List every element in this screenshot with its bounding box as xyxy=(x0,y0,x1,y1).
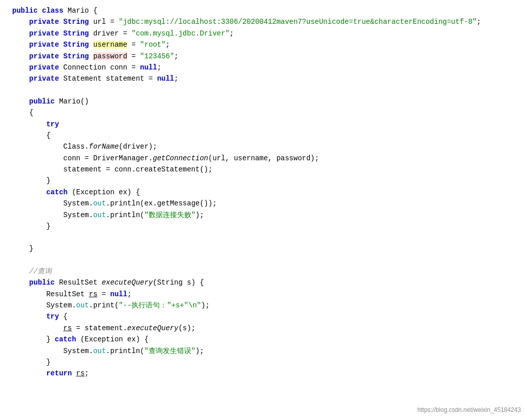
token-indent2 xyxy=(12,131,46,139)
token-type: String xyxy=(63,41,89,49)
code-line: private Connection conn = null; xyxy=(10,62,526,73)
token-plain: ResultSet xyxy=(46,290,89,298)
code-line xyxy=(10,85,526,96)
line-content: System.out.println(ex.getMessage()); xyxy=(10,198,526,209)
token-indent2 xyxy=(12,335,46,343)
code-line: //查询 xyxy=(10,266,526,277)
token-underline: rs xyxy=(63,324,72,332)
token-plain: Class. xyxy=(63,143,89,151)
line-content: System.out.println("查询发生错误"); xyxy=(10,345,526,357)
token-plain xyxy=(59,52,63,60)
token-highlight-password: password xyxy=(93,52,127,60)
line-content: Class.forName(driver); xyxy=(10,141,526,152)
line-content: try xyxy=(10,119,526,130)
token-out: out xyxy=(93,211,106,219)
token-highlight-username: username xyxy=(93,41,127,49)
line-content: } xyxy=(10,357,526,368)
code-line: System.out.print("--执行语句："+s+"\n"); xyxy=(10,300,526,311)
token-kw: catch xyxy=(55,335,76,343)
code-line: private String password = "123456"; xyxy=(10,51,526,62)
token-out: out xyxy=(76,301,89,309)
token-type: String xyxy=(63,18,89,26)
code-line: } catch (Exception ex) { xyxy=(10,334,526,345)
token-plain: ; xyxy=(157,63,161,72)
token-plain: .println(ex.getMessage()); xyxy=(106,199,217,207)
token-cn-str: "查询发生错误" xyxy=(144,347,195,355)
code-content: public class Mario { private String url … xyxy=(10,5,526,379)
token-indent1 xyxy=(12,29,29,38)
code-line: } xyxy=(10,221,526,232)
token-indent1 xyxy=(12,75,29,83)
code-line: public Mario() xyxy=(10,96,526,107)
token-kw: null xyxy=(140,63,157,72)
token-indent3 xyxy=(12,211,63,219)
token-indent1 xyxy=(12,244,29,253)
token-plain: statement = conn.createStatement(); xyxy=(63,165,213,173)
line-content: System.out.print("--执行语句："+s+"\n"); xyxy=(10,300,526,311)
token-kw: public xyxy=(29,97,55,106)
token-indent1 xyxy=(12,97,29,106)
token-kw: public xyxy=(29,278,55,287)
token-indent2 xyxy=(12,120,46,128)
token-plain: ; xyxy=(174,75,178,83)
token-out: out xyxy=(93,199,106,207)
code-line: catch (Exception ex) { xyxy=(10,187,526,198)
token-plain: ); xyxy=(195,347,204,355)
token-indent1 xyxy=(12,109,29,117)
line-content: private String password = "123456"; xyxy=(10,51,526,62)
token-kw: public xyxy=(12,7,38,15)
line-content: catch (Exception ex) { xyxy=(10,187,526,198)
token-plain: } xyxy=(46,222,50,230)
line-content: private String driver = "com.mysql.jdbc.… xyxy=(10,28,526,39)
token-plain: ; xyxy=(477,18,481,26)
line-content: statement = conn.createStatement(); xyxy=(10,164,526,175)
line-content: private Statement statement = null; xyxy=(10,73,526,84)
token-plain: (String s) { xyxy=(153,278,204,287)
token-str: "123456" xyxy=(140,52,174,60)
code-line: private String username = "root"; xyxy=(10,39,526,50)
token-indent3 xyxy=(12,324,63,332)
token-indent3 xyxy=(12,347,63,355)
token-underline: rs xyxy=(76,369,85,377)
line-content: rs = statement.executeQuery(s); xyxy=(10,323,526,334)
code-line: rs = statement.executeQuery(s); xyxy=(10,323,526,334)
code-line: return rs; xyxy=(10,368,526,379)
token-indent2 xyxy=(12,301,46,309)
token-plain xyxy=(38,7,42,15)
token-kw: private xyxy=(29,75,59,83)
line-content: } xyxy=(10,221,526,232)
token-plain: conn = DriverManager. xyxy=(63,154,153,162)
line-content: ResultSet rs = null; xyxy=(10,289,526,300)
token-str: "root" xyxy=(140,41,165,49)
token-plain: url = xyxy=(89,18,119,26)
token-plain: .println( xyxy=(106,347,145,355)
watermark: https://blog.csdn.net/weixin_45184243 xyxy=(417,405,521,415)
token-plain: = xyxy=(127,41,140,49)
token-method: getConnection xyxy=(153,154,208,162)
line-content: try { xyxy=(10,311,526,322)
token-plain xyxy=(89,41,93,49)
token-kw: try xyxy=(46,120,59,128)
token-plain: System. xyxy=(46,301,76,309)
code-line xyxy=(10,255,526,266)
code-line: try xyxy=(10,119,526,130)
line-content: System.out.println("数据连接失败"); xyxy=(10,209,526,221)
token-indent1 xyxy=(12,18,29,26)
token-str: "com.mysql.jdbc.Driver" xyxy=(131,29,229,38)
token-indent2 xyxy=(12,188,46,196)
token-plain: ); xyxy=(201,301,209,309)
token-plain: Statement statement = xyxy=(59,75,157,83)
token-plain: } xyxy=(29,244,33,253)
code-line: public ResultSet executeQuery(String s) … xyxy=(10,277,526,288)
token-indent2 xyxy=(12,369,46,377)
code-line: System.out.println("数据连接失败"); xyxy=(10,209,526,221)
code-line: } xyxy=(10,357,526,368)
line-content: { xyxy=(10,107,526,118)
token-indent2 xyxy=(12,312,46,321)
line-content: return rs; xyxy=(10,368,526,379)
token-plain: (s); xyxy=(179,324,196,332)
token-indent3 xyxy=(12,154,63,162)
code-line: { xyxy=(10,130,526,141)
token-plain xyxy=(59,29,63,38)
code-line: ResultSet rs = null; xyxy=(10,289,526,300)
